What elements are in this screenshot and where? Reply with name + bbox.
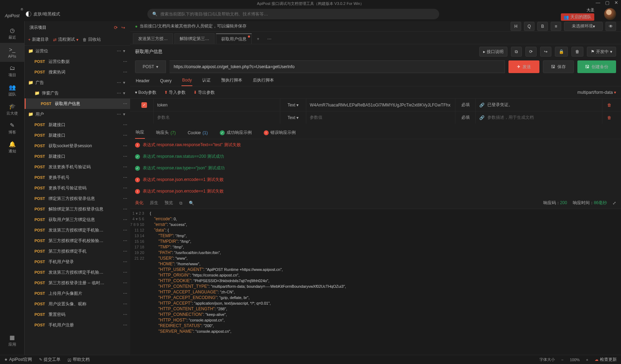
more-icon[interactable]: ⋯ bbox=[123, 175, 127, 180]
backup-button[interactable]: 🖫 创建备份 bbox=[577, 60, 616, 73]
rail-item-0[interactable]: ◷最近 bbox=[0, 24, 24, 43]
copy-icon[interactable]: ⧉ bbox=[511, 47, 522, 57]
h-button[interactable]: H bbox=[511, 22, 521, 31]
more-icon[interactable]: ⋯ bbox=[123, 270, 127, 275]
link-icon[interactable]: 🔗 bbox=[479, 115, 485, 120]
more-icon[interactable]: ⋯ bbox=[123, 101, 127, 106]
share-icon[interactable]: ↪ bbox=[121, 25, 125, 30]
checkbox-icon[interactable]: ✓ bbox=[141, 102, 147, 108]
request-tab[interactable]: 后执行脚本 bbox=[252, 74, 275, 86]
chevron-down-icon[interactable]: ▾ bbox=[123, 112, 127, 117]
response-tab[interactable]: 响应头(7) bbox=[155, 127, 177, 138]
param-required-cell[interactable]: 必填 bbox=[455, 99, 475, 111]
method-select[interactable]: POST ▾ bbox=[135, 60, 166, 73]
editor-tab[interactable]: 获取用户信息 bbox=[216, 33, 252, 44]
env-select[interactable]: 未选择环境 ▾ bbox=[564, 22, 603, 31]
font-size-minus[interactable]: − bbox=[561, 358, 563, 362]
settings-icon[interactable]: ≡ bbox=[551, 22, 561, 31]
rail-item-2[interactable]: 🗂项目 bbox=[0, 62, 24, 81]
eye-icon[interactable]: 👁 bbox=[606, 22, 616, 31]
more-icon[interactable]: ⋯ bbox=[123, 217, 127, 222]
more-icon[interactable]: ⋯ bbox=[117, 91, 121, 96]
help-doc-link[interactable]: 🕮 帮助文档 bbox=[68, 357, 90, 363]
official-site-link[interactable]: ★ ApiPost官网 bbox=[4, 357, 32, 363]
global-search[interactable]: 🔍 bbox=[147, 9, 439, 19]
submit-ticket-link[interactable]: ✎ 提交工单 bbox=[39, 357, 60, 363]
more-icon[interactable]: ⋯ bbox=[123, 207, 127, 212]
editor-tab[interactable]: 发送第三方授… bbox=[133, 33, 173, 44]
expand-icon[interactable]: ⤢ bbox=[613, 201, 616, 206]
body-format-select[interactable]: multipart/form-data ▾ bbox=[577, 90, 616, 95]
avatar[interactable] bbox=[604, 8, 616, 20]
project-title[interactable]: 演示项目 bbox=[30, 25, 110, 31]
tree-api-item[interactable]: POST新建接口⋯ bbox=[25, 151, 130, 162]
raw-button[interactable]: 原生 bbox=[150, 200, 158, 206]
tab-menu-button[interactable]: ⋯ bbox=[264, 34, 274, 44]
tree-api-item[interactable]: POST第三方授权绑定手机校验验…⋯ bbox=[25, 235, 130, 246]
rail-item-4[interactable]: 🎓云大使 bbox=[0, 100, 24, 119]
team-badge[interactable]: 👥 天启的团队 bbox=[561, 13, 594, 21]
param-type-select[interactable]: Text ▾ bbox=[280, 111, 306, 124]
rail-item-6[interactable]: 🔔通知 bbox=[0, 138, 24, 157]
more-icon[interactable]: ⋯ bbox=[123, 133, 127, 138]
response-body[interactable]: 1 ▾ 2 3 4 ▾ 5 6 7 8 9 10 11 12 13 14 15 … bbox=[130, 209, 621, 364]
request-tab[interactable]: Header bbox=[135, 76, 150, 86]
more-icon[interactable]: ⋯ bbox=[117, 112, 121, 117]
more-icon[interactable]: ⋯ bbox=[123, 59, 127, 64]
close-icon[interactable]: ✕ bbox=[614, 0, 618, 5]
tree-api-item[interactable]: POST新建接口⋯ bbox=[25, 130, 130, 141]
tree-api-item[interactable]: POST发送更换手机号验证码⋯ bbox=[25, 162, 130, 172]
search-response-icon[interactable]: 🔍 bbox=[189, 201, 194, 206]
url-input[interactable] bbox=[169, 60, 505, 73]
tree-folder[interactable]: 📁运营位⋯▾ bbox=[25, 46, 130, 56]
tree-api-item[interactable]: POST手机用户注册⋯ bbox=[25, 320, 130, 330]
tree-api-item[interactable]: POST运营位数据⋯ bbox=[25, 56, 130, 67]
link-icon[interactable]: 🔗 bbox=[479, 103, 485, 108]
maximize-icon[interactable]: ▢ bbox=[605, 0, 609, 5]
rail-item-1[interactable]: >_APIs bbox=[0, 43, 24, 62]
param-delete-icon[interactable]: 🗑 bbox=[602, 99, 616, 111]
param-name-cell[interactable]: 参数名 bbox=[153, 111, 280, 124]
chevron-down-icon[interactable]: ▾ bbox=[123, 80, 127, 85]
tree-folder[interactable]: 📁用户⋯▾ bbox=[25, 109, 130, 119]
tree-api-item[interactable]: POST获取用户信息⋯ bbox=[25, 98, 130, 109]
tree-api-item[interactable]: POST上传用户头像图片⋯ bbox=[25, 288, 130, 299]
param-value-cell[interactable]: W4AmR7IuacaRMvLEPaReBA51oGl7lMMYtUgJPcTi… bbox=[306, 99, 455, 111]
tree-api-item[interactable]: POST解除绑定第三方授权登录信息⋯ bbox=[25, 204, 130, 214]
more-icon[interactable]: ⋯ bbox=[123, 312, 127, 317]
more-icon[interactable]: ⋯ bbox=[123, 70, 127, 74]
chevron-down-icon[interactable]: ▾ bbox=[123, 91, 127, 96]
param-type-select[interactable]: Text ▾ bbox=[280, 99, 306, 111]
dev-status-button[interactable]: ⚑ 开发中 ▾ bbox=[587, 47, 616, 57]
body-param-label[interactable]: ▾ Body参数 bbox=[135, 90, 156, 96]
tree-api-item[interactable]: POST第三方授权登录注册 -- 临时…⋯ bbox=[25, 278, 130, 288]
response-tab[interactable]: Cookie(1) bbox=[187, 128, 209, 138]
flow-test-button[interactable]: ⇄ 流程测试 ▾ bbox=[53, 37, 78, 43]
param-desc-cell[interactable]: 🔗已登录凭证。 bbox=[475, 99, 602, 111]
tree-api-item[interactable]: POST第三方授权绑定手机⋯ bbox=[25, 246, 130, 256]
more-icon[interactable]: ⋯ bbox=[123, 323, 127, 327]
theme-switch[interactable]: 皮肤/暗黑模式 bbox=[26, 11, 60, 17]
more-icon[interactable]: ⋯ bbox=[123, 259, 127, 264]
more-icon[interactable]: ⋯ bbox=[123, 301, 127, 306]
tree-api-item[interactable]: POST绑定第三方授权登录信息⋯ bbox=[25, 193, 130, 204]
more-icon[interactable]: ⋯ bbox=[123, 280, 127, 285]
tree-api-item[interactable]: POST重置密码⋯ bbox=[25, 309, 130, 320]
param-desc-cell[interactable]: 🔗参数描述，用于生成文档 bbox=[475, 111, 602, 124]
tree-api-item[interactable]: POST新建接口⋯ bbox=[25, 119, 130, 130]
share2-icon[interactable]: ↪ bbox=[540, 47, 551, 57]
more-icon[interactable]: ⋯ bbox=[117, 48, 121, 53]
sync-icon[interactable]: ⟳ bbox=[114, 25, 118, 30]
q-button[interactable]: Q bbox=[524, 22, 534, 31]
editor-tab[interactable]: 解除绑定第三… bbox=[174, 33, 215, 44]
response-tab[interactable]: !错误响应示例 bbox=[263, 127, 296, 138]
b-button[interactable]: B bbox=[537, 22, 548, 31]
response-tab[interactable]: 响应 bbox=[135, 126, 145, 139]
request-tab[interactable]: Query bbox=[159, 76, 172, 86]
tree-api-item[interactable]: POST获取用户第三方绑定信息⋯ bbox=[25, 214, 130, 225]
chevron-down-icon[interactable]: ▾ bbox=[123, 48, 127, 53]
rail-item-5[interactable]: ✎博客 bbox=[0, 119, 24, 138]
request-tab[interactable]: 认证 bbox=[201, 74, 211, 86]
tree-api-item[interactable]: POST获取socket登录session⋯ bbox=[25, 141, 130, 151]
rail-apps[interactable]: ▦应用 bbox=[0, 331, 24, 350]
